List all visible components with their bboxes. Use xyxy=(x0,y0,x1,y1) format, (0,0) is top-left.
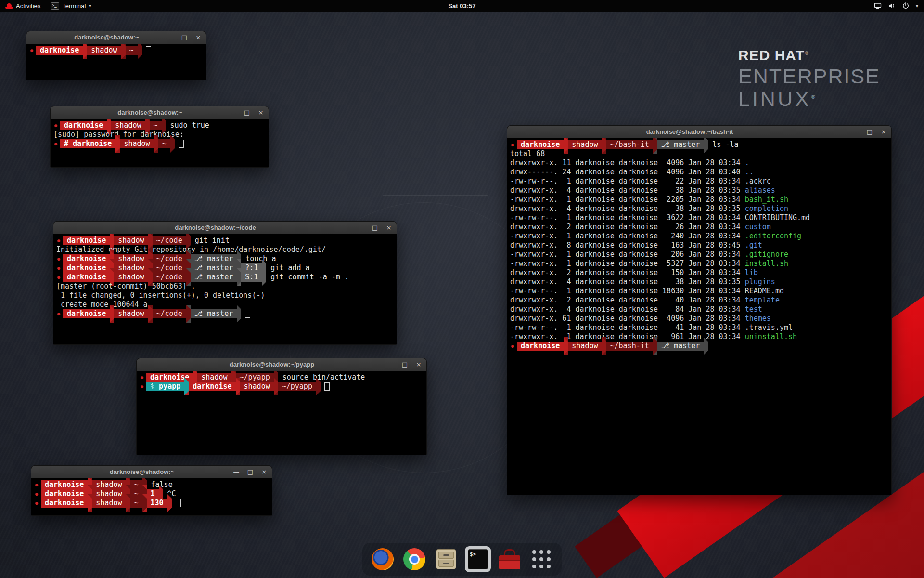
prompt-dot-icon: ● xyxy=(140,382,146,391)
window-minimize-button[interactable]: — xyxy=(358,224,364,231)
window-maximize-button[interactable]: □ xyxy=(244,109,250,116)
prompt-segment-user: darknoise xyxy=(36,46,83,55)
output-text: .gitignore xyxy=(745,250,788,259)
dock-terminal[interactable]: $> xyxy=(464,546,491,573)
window-titlebar[interactable]: darknoise@shadow:~—□× xyxy=(31,466,272,479)
app-menu-terminal[interactable]: >_ Terminal ▾ xyxy=(46,0,96,12)
powerline-arrow xyxy=(186,305,191,323)
prompt-segment-cnt: S:1 xyxy=(241,273,262,282)
window-maximize-button[interactable]: □ xyxy=(866,129,873,135)
dock-chrome[interactable] xyxy=(401,546,428,573)
window-close-button[interactable]: × xyxy=(385,224,392,231)
clock[interactable]: Sat 03:57 xyxy=(448,2,475,10)
dock-toolbox[interactable] xyxy=(496,546,523,573)
command-text: ls -la xyxy=(712,140,738,149)
terminal-output-line: -rw-rw-r--. 1 darknoise darknoise 41 Jan… xyxy=(510,323,888,332)
window-title: darknoise@shadow:~/bash-it xyxy=(526,126,853,138)
output-text: .. xyxy=(745,168,754,176)
redhat-logo-icon xyxy=(5,3,13,9)
command-text: touch a xyxy=(245,254,276,263)
terminal-cursor xyxy=(146,46,151,54)
window-maximize-button[interactable]: □ xyxy=(247,469,254,475)
output-text: template xyxy=(745,296,780,304)
window-minimize-button[interactable]: — xyxy=(852,129,859,135)
prompt-segment-path: ~ xyxy=(130,480,142,489)
grid-dot xyxy=(547,557,551,561)
window-close-button[interactable]: × xyxy=(261,469,268,475)
prompt-segment-exit: 1 xyxy=(147,489,159,499)
window-maximize-button[interactable]: □ xyxy=(181,34,188,41)
terminal-output-line: drwxrwxr-x. 2 darknoise darknoise 150 Ja… xyxy=(510,268,888,277)
powerline-arrow xyxy=(142,494,147,512)
grid-dot xyxy=(539,550,543,554)
powerline-arrow xyxy=(167,494,172,512)
window-maximize-button[interactable]: □ xyxy=(401,361,408,368)
terminal-prompt-line: ●darknoiseshadow~/code⎇ master?:1git add… xyxy=(56,263,394,273)
drawer-handle xyxy=(443,563,449,564)
terminal-content[interactable]: ●darknoiseshadow~false●darknoiseshadow~1… xyxy=(31,478,272,515)
cabinet-drawer xyxy=(438,552,454,559)
toolbox-base xyxy=(499,560,520,570)
terminal-prompt-line: ●darknoiseshadow~/code⎇ mastertouch a xyxy=(56,254,394,263)
powerline-arrow xyxy=(262,268,266,286)
dock-files[interactable] xyxy=(433,546,460,573)
terminal-output-line: [sudo] password for darknoise: xyxy=(53,130,266,139)
activities-button[interactable]: Activities xyxy=(0,0,46,12)
output-text: aliases xyxy=(745,186,775,195)
prompt-segment-user: darknoise xyxy=(63,273,110,282)
grid-dot xyxy=(532,565,536,568)
dock-app-grid[interactable] xyxy=(528,546,555,573)
window-minimize-button[interactable]: — xyxy=(230,109,236,116)
output-text: -rwxrwxr-x. 1 darknoise darknoise 240 Ja… xyxy=(510,232,745,240)
terminal-content[interactable]: ●darknoiseshadow~ xyxy=(26,44,206,80)
prompt-segment-path: ~/bash-it xyxy=(606,342,653,351)
prompt-segment-user: darknoise xyxy=(63,254,110,263)
window-titlebar[interactable]: darknoise@shadow:~/code—□× xyxy=(53,222,397,235)
output-text: Initialized empty Git repository in /hom… xyxy=(56,245,326,254)
window-close-button[interactable]: × xyxy=(195,34,202,41)
window-title: darknoise@shadow:~ xyxy=(46,31,167,44)
window-controls: —□× xyxy=(852,126,887,138)
window-close-button[interactable]: × xyxy=(257,109,264,116)
output-text: .travis.yml xyxy=(745,323,793,332)
window-titlebar[interactable]: darknoise@shadow:~—□× xyxy=(51,106,269,119)
window-titlebar[interactable]: darknoise@shadow:~—□× xyxy=(26,31,206,44)
terminal-content[interactable]: ●darknoiseshadow~/pyappsource bin/activa… xyxy=(137,371,426,455)
toolbox-icon xyxy=(499,549,520,569)
terminal-content[interactable]: ●darknoiseshadow~/codegit initInitialize… xyxy=(53,234,397,344)
command-text: source bin/activate xyxy=(282,373,365,382)
terminal-window-bash-it: darknoise@shadow:~/bash-it—□×●darknoises… xyxy=(507,125,892,495)
terminal-prompt-line: ●darknoiseshadow~false xyxy=(34,480,269,489)
terminal-output-line: drwxrwxr-x. 61 darknoise darknoise 4096 … xyxy=(510,314,888,323)
terminal-output-line: -rw-rw-r--. 1 darknoise darknoise 18630 … xyxy=(510,287,888,296)
prompt-segment-path: ~ xyxy=(150,121,162,130)
window-controls: —□× xyxy=(230,106,264,119)
window-minimize-button[interactable]: — xyxy=(167,34,174,41)
terminal-content[interactable]: ●darknoiseshadow~/bash-it⎇ masterls -lat… xyxy=(507,138,891,495)
terminal-content[interactable]: ●darknoiseshadow~sudo true[sudo] passwor… xyxy=(51,119,269,167)
output-text: themes xyxy=(745,314,771,323)
powerline-arrow xyxy=(154,135,158,153)
window-minimize-button[interactable]: — xyxy=(387,361,394,368)
output-text: .git xyxy=(745,241,762,250)
window-maximize-button[interactable]: □ xyxy=(372,224,378,231)
terminal-prompt-line: ●darknoiseshadow~/code⎇ masterS:1git com… xyxy=(56,273,394,282)
toolbox-handle xyxy=(504,549,515,555)
dock: $> xyxy=(362,543,562,576)
window-title: darknoise@shadow:~ xyxy=(51,466,233,478)
prompt-segment-exit: 130 xyxy=(147,499,167,508)
window-titlebar[interactable]: darknoise@shadow:~/bash-it—□× xyxy=(507,126,891,139)
prompt-dot-icon: ● xyxy=(56,236,63,245)
prompt-dot-icon: ● xyxy=(53,139,60,148)
output-text: create mode 100644 a xyxy=(56,300,148,309)
powerline-arrow xyxy=(653,337,657,355)
terminal-cursor xyxy=(179,140,184,148)
window-minimize-button[interactable]: — xyxy=(233,469,240,475)
prompt-dot-icon: ● xyxy=(140,373,146,382)
dock-firefox[interactable] xyxy=(369,546,396,573)
prompt-segment-user: # darknoise xyxy=(60,139,116,148)
window-close-button[interactable]: × xyxy=(880,129,887,135)
system-status-area[interactable]: ▾ xyxy=(874,0,924,12)
window-titlebar[interactable]: darknoise@shadow:~/pyapp—□× xyxy=(137,358,426,371)
window-close-button[interactable]: × xyxy=(415,361,422,368)
